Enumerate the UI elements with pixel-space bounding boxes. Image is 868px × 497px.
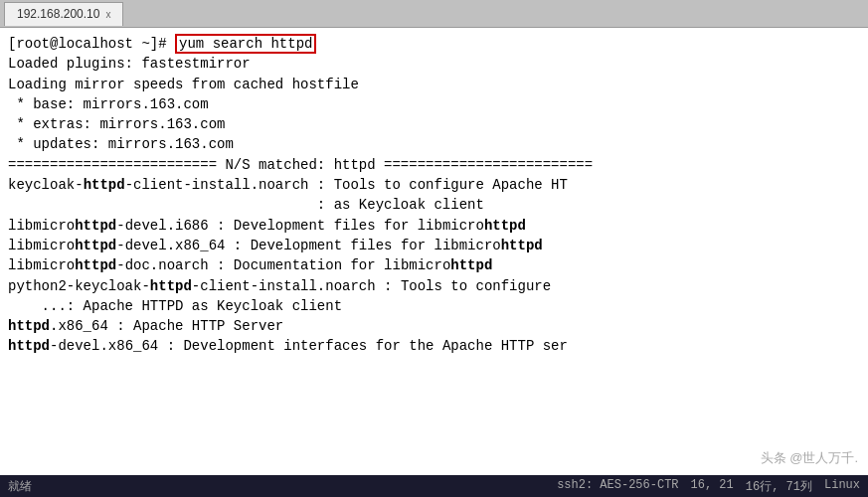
status-ssh: ssh2: AES-256-CTR	[557, 478, 678, 495]
terminal-window: 192.168.200.10 x [root@localhost ~]# yum…	[0, 0, 868, 497]
status-lines: 16行, 71列	[746, 478, 812, 495]
terminal-line-5: * extras: mirrors.163.com	[8, 114, 860, 134]
terminal-separator: ========================= N/S matched: h…	[8, 155, 860, 175]
terminal-result-4: libmicrohttpd-devel.x86_64 : Development…	[8, 236, 860, 255]
terminal-body[interactable]: [root@localhost ~]# yum search httpd Loa…	[0, 28, 868, 475]
terminal-result-6: python2-keycloak-httpd-client-install.no…	[8, 276, 860, 296]
tab-label: 192.168.200.10	[17, 7, 99, 21]
terminal-result-5: libmicrohttpd-doc.noarch : Documentation…	[8, 255, 860, 275]
status-right: ssh2: AES-256-CTR 16, 21 16行, 71列 Linux	[557, 478, 860, 495]
status-os: Linux	[824, 478, 860, 495]
terminal-line-4: * base: mirrors.163.com	[8, 94, 860, 114]
to-text: to	[450, 278, 467, 294]
status-ready: 就绪	[8, 478, 32, 495]
terminal-result-3: libmicrohttpd-devel.i686 : Development f…	[8, 216, 860, 236]
tab-close-button[interactable]: x	[105, 9, 110, 20]
command-box: yum search httpd	[175, 34, 316, 54]
prompt: [root@localhost ~]#	[8, 36, 175, 52]
terminal-line-3: Loading mirror speeds from cached hostfi…	[8, 75, 860, 94]
terminal-line-6: * updates: mirrors.163.com	[8, 134, 860, 154]
from-text: from	[192, 77, 226, 92]
terminal-result-8: httpd.x86_64 : Apache HTTP Server	[8, 316, 860, 336]
terminal-line-1: [root@localhost ~]# yum search httpd	[8, 34, 860, 54]
watermark: 头条 @世人万千.	[761, 449, 858, 467]
tab-item[interactable]: 192.168.200.10 x	[4, 2, 123, 26]
tab-bar: 192.168.200.10 x	[0, 0, 868, 28]
terminal-line-2: Loaded plugins: fastestmirror	[8, 54, 860, 74]
terminal-result-1: keycloak-httpd-client-install.noarch : T…	[8, 175, 860, 195]
status-bar: 就绪 ssh2: AES-256-CTR 16, 21 16行, 71列 Lin…	[0, 475, 868, 497]
terminal-result-7: ...: Apache HTTPD as Keycloak client	[8, 296, 860, 316]
status-position: 16, 21	[691, 478, 734, 495]
terminal-result-9: httpd-devel.x86_64 : Development interfa…	[8, 336, 860, 356]
terminal-result-2: : as Keycloak client	[8, 195, 860, 215]
